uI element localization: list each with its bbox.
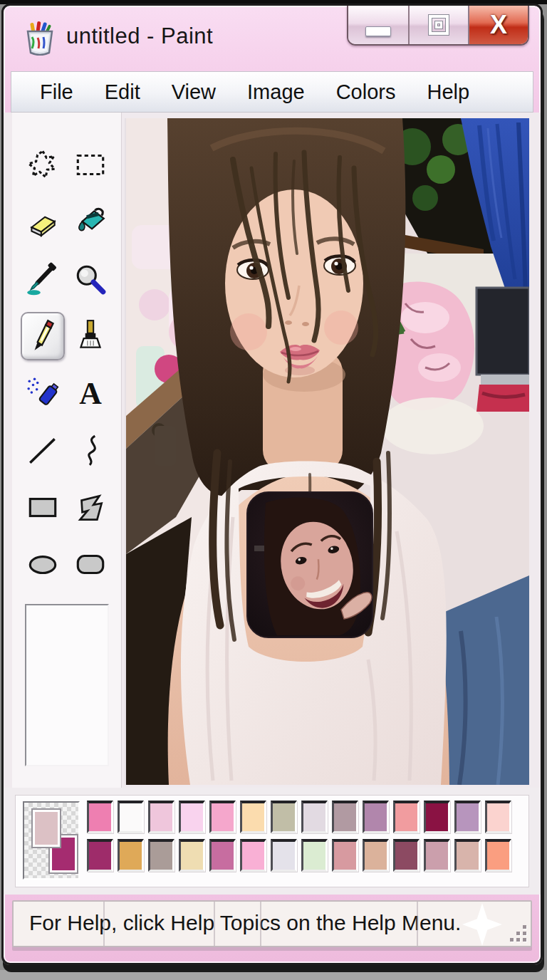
palette-swatch[interactable] xyxy=(332,801,358,833)
tool-polygon[interactable] xyxy=(68,483,113,531)
foreground-color-swatch[interactable] xyxy=(31,808,61,848)
palette-swatch[interactable] xyxy=(363,839,389,872)
paint-cup-icon xyxy=(22,19,58,56)
palette-swatch[interactable] xyxy=(485,839,511,872)
minimize-icon xyxy=(365,26,391,36)
palette-swatch[interactable] xyxy=(424,839,450,872)
palette-swatch[interactable] xyxy=(301,801,328,833)
menu-view[interactable]: View xyxy=(156,80,231,104)
palette-swatch[interactable] xyxy=(179,801,205,833)
tool-eraser[interactable] xyxy=(21,198,65,246)
tool-brush[interactable] xyxy=(68,312,113,360)
palette-swatch[interactable] xyxy=(118,839,144,872)
tool-select[interactable] xyxy=(68,141,113,189)
tool-options-box[interactable] xyxy=(25,604,109,766)
palette-swatch[interactable] xyxy=(87,801,113,833)
menu-colors[interactable]: Colors xyxy=(321,80,412,104)
color-indicator[interactable] xyxy=(23,801,80,880)
palette-bar xyxy=(4,788,541,895)
resize-grip[interactable] xyxy=(508,923,526,942)
pasted-photo xyxy=(247,492,373,637)
menu-help[interactable]: Help xyxy=(411,80,485,104)
tool-box: A xyxy=(12,113,122,788)
drawing-canvas[interactable] xyxy=(126,118,529,785)
palette-swatch[interactable] xyxy=(424,801,450,833)
paint-window: untitled - Paint X File Edit View Image … xyxy=(1,4,543,965)
close-button[interactable]: X xyxy=(468,6,528,44)
tool-rounded-rectangle[interactable] xyxy=(68,540,113,588)
tool-magnifier[interactable] xyxy=(68,255,113,303)
minimize-button[interactable] xyxy=(348,6,408,44)
svg-text:A: A xyxy=(79,376,102,410)
palette-swatch[interactable] xyxy=(332,839,358,872)
tool-grid: A xyxy=(19,137,115,593)
palette-swatch[interactable] xyxy=(87,839,113,872)
tool-line[interactable] xyxy=(21,426,65,474)
tool-curve[interactable] xyxy=(68,426,113,474)
palette-swatch[interactable] xyxy=(271,801,297,833)
maximize-button[interactable] xyxy=(408,6,468,44)
tool-airbrush[interactable] xyxy=(21,369,65,417)
palette-panel xyxy=(15,795,529,887)
tool-pencil[interactable] xyxy=(21,312,65,360)
palette-swatch[interactable] xyxy=(118,801,144,833)
palette-swatch[interactable] xyxy=(209,801,236,833)
palette-swatch[interactable] xyxy=(454,801,481,833)
palette-swatch[interactable] xyxy=(271,839,297,872)
menu-edit[interactable]: Edit xyxy=(89,80,156,104)
palette-swatch[interactable] xyxy=(148,839,174,872)
palette-swatch[interactable] xyxy=(148,801,174,833)
status-text: For Help, click Help Topics on the Help … xyxy=(29,911,461,934)
palette-swatch[interactable] xyxy=(179,839,205,872)
palette-swatch[interactable] xyxy=(240,801,266,833)
work-area: A xyxy=(4,113,541,788)
tool-rectangle[interactable] xyxy=(21,483,65,531)
tool-ellipse[interactable] xyxy=(21,540,65,588)
palette-swatch[interactable] xyxy=(209,839,236,872)
maximize-icon xyxy=(429,15,449,35)
palette-swatch[interactable] xyxy=(240,839,266,872)
menu-bar: File Edit View Image Colors Help xyxy=(11,71,533,113)
palette-swatch[interactable] xyxy=(485,801,511,833)
window-title: untitled - Paint xyxy=(66,6,213,67)
close-icon: X xyxy=(490,12,507,38)
palette-swatch[interactable] xyxy=(393,801,420,833)
tool-pick-color[interactable] xyxy=(21,255,65,303)
tool-text[interactable]: A xyxy=(68,369,113,417)
palette-swatch[interactable] xyxy=(301,839,328,872)
tool-free-form-select[interactable] xyxy=(21,141,65,189)
title-bar[interactable]: untitled - Paint X xyxy=(4,6,541,68)
tool-fill-with-color[interactable] xyxy=(68,198,113,246)
sparkle-decoration xyxy=(462,903,502,946)
menu-file[interactable]: File xyxy=(24,80,89,104)
window-controls: X xyxy=(347,6,529,46)
status-bar: For Help, click Help Topics on the Help … xyxy=(12,900,532,947)
palette-swatch[interactable] xyxy=(454,839,481,872)
palette-swatch[interactable] xyxy=(393,839,420,872)
canvas-photo xyxy=(126,118,529,785)
menu-image[interactable]: Image xyxy=(231,80,321,104)
palette-swatch[interactable] xyxy=(363,801,389,833)
